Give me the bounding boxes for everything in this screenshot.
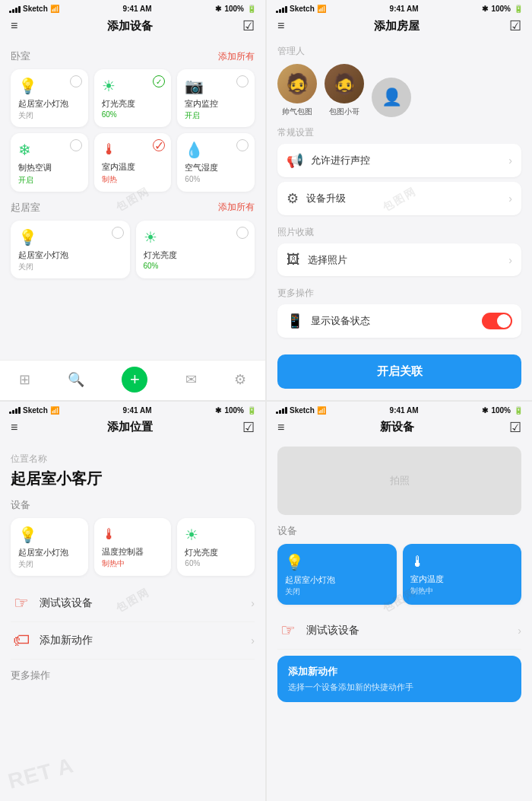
menu-icon-3[interactable]: ≡: [11, 421, 17, 434]
tab-mail[interactable]: ✉: [185, 371, 197, 388]
bluetooth-icon-3: ✱: [215, 406, 221, 415]
menu-icon-4[interactable]: ≡: [277, 421, 284, 434]
new-device-light-status: 关闭: [285, 586, 389, 597]
new-device-light[interactable]: 💡 起居室小灯泡 关闭: [277, 544, 397, 605]
device-toggle-temp1[interactable]: ✓: [153, 139, 165, 151]
bedroom-device-grid: 💡 起居室小灯泡 关闭 ✓ ☀ 灯光亮度 60% 📷 室内监控 开启 ❄ 制热空…: [11, 69, 255, 192]
add-action-banner[interactable]: 添加新动作 选择一个设备添加新的快捷动作手: [277, 656, 521, 702]
app-name-2: Sketch: [290, 5, 315, 13]
photo-chevron-icon: ›: [508, 254, 512, 266]
menu-icon-2[interactable]: ≡: [277, 19, 284, 33]
device-card-light2[interactable]: 💡 起居室小灯泡 关闭: [11, 221, 130, 278]
nav-bar-2: ≡ 添加房屋 ☑: [267, 14, 532, 39]
avatar-img-person1: 🧔: [277, 64, 317, 103]
device-toggle-ac1[interactable]: [70, 139, 82, 151]
voice-control-text: 允许进行声控: [311, 154, 370, 167]
battery-3: 100%: [224, 406, 244, 415]
bluetooth-icon-1: ✱: [215, 5, 221, 13]
tab-add-icon[interactable]: +: [122, 367, 147, 393]
status-left-3: Sketch 📶: [9, 406, 59, 415]
signal-icon-4: [276, 406, 287, 414]
voice-control-left: 📢 允许进行声控: [287, 152, 370, 169]
app-name-4: Sketch: [290, 406, 315, 415]
photo-settings-title: 照片收藏: [277, 226, 521, 239]
add-action-action[interactable]: 🏷 添加新动作 ›: [11, 622, 255, 660]
add-action-left: 🏷 添加新动作: [11, 631, 93, 650]
manager-row: 🧔 帅气包图 🧔 包图小哥 👤: [277, 64, 521, 117]
app-name-3: Sketch: [23, 406, 48, 415]
device-card-light1[interactable]: 💡 起居室小灯泡 关闭: [11, 69, 88, 127]
bedroom-add-all[interactable]: 添加所有: [218, 50, 255, 63]
add-action-text: 添加新动作: [40, 634, 93, 647]
screen-new-device: 包图网 Sketch 📶 9:41 AM ✱ 100% 🔋 ≡ 新设备 ☑ 拍照…: [267, 402, 532, 802]
device-status-toggle[interactable]: [482, 313, 512, 329]
section-living-header: 起居室 添加所有: [11, 201, 255, 215]
tab-search[interactable]: 🔍: [68, 371, 84, 388]
tab-home[interactable]: ⊞: [19, 371, 30, 388]
avatar-person2[interactable]: 🧔 包图小哥: [325, 64, 364, 117]
device-photo-placeholder[interactable]: 拍照: [277, 447, 521, 515]
loc-device-bright[interactable]: ☀ 灯光亮度 60%: [177, 518, 255, 576]
status-right-1: ✱ 100% 🔋: [215, 5, 256, 13]
new-test-device-action[interactable]: ☞ 测试该设备 ›: [277, 612, 521, 650]
status-left-1: Sketch 📶: [9, 5, 59, 13]
voice-chevron-icon: ›: [508, 154, 512, 167]
test-device-text: 测试该设备: [40, 596, 93, 610]
gear-icon-2: ⚙: [287, 190, 299, 207]
bluetooth-icon-4: ✱: [482, 406, 488, 415]
avatar-person1[interactable]: 🧔 帅气包图: [277, 64, 317, 117]
battery-icon-4: 🔋: [514, 406, 523, 415]
wifi-icon-4: 📶: [317, 406, 326, 415]
new-device-temp-name: 室内温度: [410, 574, 515, 584]
device-card-brightness2[interactable]: ☀ 灯光亮度 60%: [136, 221, 255, 278]
device-toggle-camera1[interactable]: [236, 75, 249, 87]
voice-icon: 📢: [287, 152, 303, 169]
device-card-brightness1[interactable]: ✓ ☀ 灯光亮度 60%: [94, 69, 172, 127]
device-card-humidity1[interactable]: 💧 空气湿度 60%: [177, 133, 255, 191]
tab-settings-icon: ⚙: [234, 371, 246, 388]
nav-calendar-2[interactable]: ☑: [509, 17, 521, 34]
battery-4: 100%: [491, 406, 511, 415]
device-status-item[interactable]: 📱 显示设备状态: [277, 304, 521, 338]
add-action-banner-desc: 选择一个设备添加新的快捷动作手: [288, 682, 511, 693]
avatar-add[interactable]: 👤: [372, 78, 411, 117]
general-settings-group: 常规设置 📢 允许进行声控 › ⚙ 设备升级 ›: [277, 126, 521, 215]
voice-control-item[interactable]: 📢 允许进行声控 ›: [277, 144, 521, 177]
location-device-title: 设备: [11, 498, 30, 512]
new-device-temp[interactable]: 🌡 室内温度 制热中: [403, 544, 522, 605]
device-toggle-light2[interactable]: [112, 227, 124, 239]
device-card-temp1[interactable]: ✓ 🌡 室内温度 制热: [94, 133, 172, 191]
test-device-action[interactable]: ☞ 测试该设备 ›: [11, 585, 255, 622]
loc-icon-bright: ☀: [185, 526, 247, 544]
device-card-ac1[interactable]: ❄ 制热空调 开启: [11, 133, 88, 191]
nav-calendar-4[interactable]: ☑: [509, 419, 521, 436]
loc-device-light[interactable]: 💡 起居室小灯泡 关闭: [11, 518, 88, 576]
nav-calendar-1[interactable]: ☑: [242, 17, 255, 34]
device-toggle-brightness2[interactable]: [236, 227, 249, 239]
device-status-left: 📱 显示设备状态: [287, 313, 370, 329]
device-toggle-light1[interactable]: [70, 75, 82, 87]
loc-device-temp[interactable]: 🌡 温度控制器 制热中: [94, 518, 172, 576]
wifi-icon-1: 📶: [50, 5, 59, 13]
add-action-banner-title: 添加新动作: [288, 665, 511, 679]
device-status-text: 显示设备状态: [311, 314, 370, 328]
upgrade-item[interactable]: ⚙ 设备升级 ›: [277, 182, 521, 215]
device-card-camera1[interactable]: 📷 室内监控 开启: [177, 69, 255, 127]
choose-photo-item[interactable]: 🖼 选择照片 ›: [277, 243, 521, 276]
nav-title-3: 添加位置: [107, 420, 153, 434]
tab-add[interactable]: +: [122, 367, 147, 393]
living-add-all[interactable]: 添加所有: [218, 201, 255, 214]
avatar-name-person2: 包图小哥: [329, 106, 359, 117]
avatar-img-person2: 🧔: [325, 64, 364, 103]
device-status-camera1: 开启: [185, 110, 247, 121]
tab-settings[interactable]: ⚙: [234, 371, 246, 388]
device-name-temp1: 室内温度: [102, 161, 164, 172]
battery-icon-2: 🔋: [514, 5, 523, 13]
upgrade-chevron-icon: ›: [508, 192, 512, 205]
open-link-button[interactable]: 开启关联: [277, 354, 521, 389]
nav-calendar-3[interactable]: ☑: [242, 419, 255, 436]
status-right-3: ✱ 100% 🔋: [215, 406, 256, 415]
menu-icon-1[interactable]: ≡: [11, 19, 17, 33]
location-device-grid: 💡 起居室小灯泡 关闭 🌡 温度控制器 制热中 ☀ 灯光亮度 60%: [11, 518, 255, 576]
photo-settings-group: 照片收藏 🖼 选择照片 ›: [277, 226, 521, 276]
